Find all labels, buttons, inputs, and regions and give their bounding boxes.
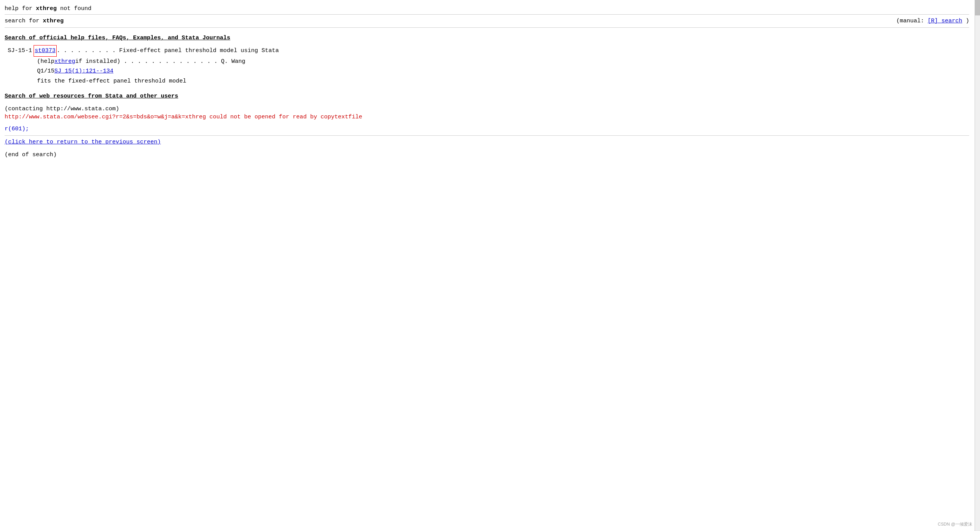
error-601-text: r(601);: [5, 126, 29, 132]
not-found-text: not found: [57, 5, 91, 12]
sj-prefix: SJ-15-1: [8, 46, 32, 56]
xthreg-bold-header: xthreg: [36, 5, 57, 12]
contacting-text: (contacting http://www.stata.com): [5, 106, 969, 112]
q1-prefix: Q1/15: [37, 66, 54, 76]
section1-heading: Search of official help files, FAQs, Exa…: [5, 35, 969, 41]
sj-journal-link[interactable]: SJ 15(1):121--134: [54, 66, 113, 76]
csdn-text: CSDN @一倾爱沫: [938, 522, 972, 526]
xthreg-help-link[interactable]: xthreg: [54, 57, 75, 67]
section-divider: [5, 135, 969, 136]
section-web-resources: Search of web resources from Stata and o…: [5, 93, 969, 132]
manual-link-area: (manual: [R] search ): [896, 18, 969, 24]
manual-label: (manual:: [896, 18, 924, 24]
error-code-line: r(601);: [5, 126, 969, 132]
error-url-line: http://www.stata.com/websee.cgi?r=2&s=bd…: [5, 114, 969, 120]
sj-main-row: SJ-15-1 st0373 . . . . . . . . . Fixed-e…: [8, 45, 969, 57]
help-not-found-bar: help for xthreg not found: [5, 3, 969, 15]
csdn-badge: CSDN @一倾爱沫: [938, 521, 972, 527]
click-return-link[interactable]: (click here to return to the previous sc…: [5, 139, 161, 145]
error-url-text: http://www.stata.com/websee.cgi?r=2&s=bd…: [5, 114, 362, 120]
sj-dots-text: . . . . . . . . . Fixed-effect panel thr…: [57, 46, 279, 56]
search-for-text: search for: [5, 18, 43, 24]
contacting-label: (contacting http://www.stata.com): [5, 106, 119, 112]
help-prefix-text: help for: [5, 5, 36, 12]
end-search-area: (end of search): [5, 152, 969, 158]
scrollbar[interactable]: [975, 0, 980, 531]
search-for-label: search for xthreg: [5, 18, 64, 24]
st0373-link[interactable]: st0373: [34, 45, 57, 57]
click-return-area: (click here to return to the previous sc…: [5, 139, 969, 145]
fits-row: fits the fixed-effect panel threshold mo…: [37, 76, 969, 86]
fits-text: fits the fixed-effect panel threshold mo…: [37, 76, 186, 86]
end-search-text: (end of search): [5, 152, 57, 158]
q1-row: Q1/15 SJ 15(1):121--134: [37, 66, 969, 76]
help-xthreg-row: (help xthreg if installed) . . . . . . .…: [37, 57, 969, 67]
help-suffix: if installed) . . . . . . . . . . . . . …: [75, 57, 245, 67]
section-official-help: Search of official help files, FAQs, Exa…: [5, 35, 969, 86]
manual-close: ): [966, 18, 969, 24]
help-not-found-text: help for xthreg not found: [5, 5, 91, 12]
scrollbar-thumb[interactable]: [975, 0, 980, 15]
click-return-text: (click here to return to the previous sc…: [5, 139, 161, 145]
sj-entry-row: SJ-15-1 st0373 . . . . . . . . . Fixed-e…: [8, 45, 969, 86]
r-search-link[interactable]: [R] search: [928, 18, 962, 24]
search-for-bar: search for xthreg (manual: [R] search ): [5, 15, 969, 28]
section2-heading: Search of web resources from Stata and o…: [5, 93, 969, 99]
help-prefix: (help: [37, 57, 54, 67]
xthreg-search-term: xthreg: [43, 18, 64, 24]
